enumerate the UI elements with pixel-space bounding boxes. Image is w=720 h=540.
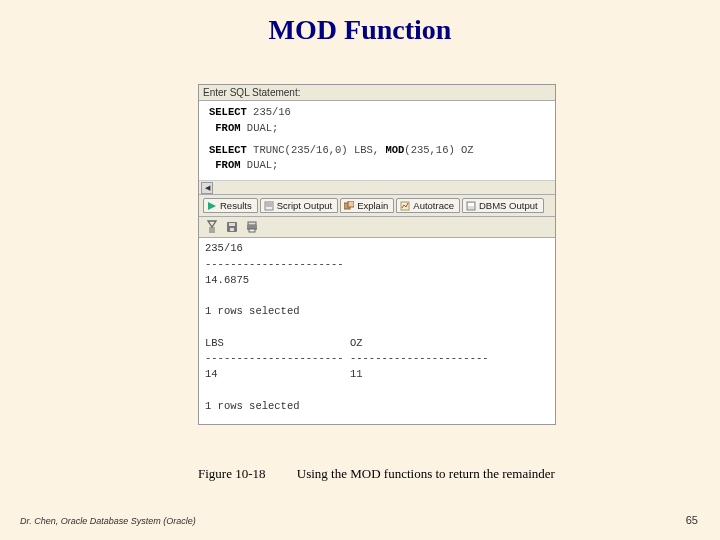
keyword-from: FROM [215, 122, 240, 134]
figure-description: Using the MOD functions to return the re… [297, 466, 555, 481]
print-icon[interactable] [245, 220, 259, 234]
tab-script-output[interactable]: Script Output [260, 198, 338, 213]
save-icon[interactable] [225, 220, 239, 234]
svg-rect-8 [468, 203, 474, 206]
svg-rect-5 [348, 201, 354, 207]
scroll-left-icon[interactable]: ◀ [201, 182, 213, 194]
code-line: SELECT TRUNC(235/16,0) LBS, MOD(235,16) … [209, 143, 551, 159]
tab-dbms-output[interactable]: DBMS Output [462, 198, 544, 213]
horizontal-scrollbar[interactable]: ◀ [199, 180, 555, 194]
script-icon [264, 201, 274, 211]
tab-results[interactable]: Results [203, 198, 258, 213]
code-text: DUAL; [241, 159, 279, 171]
svg-rect-11 [230, 228, 234, 231]
dbms-icon [466, 201, 476, 211]
svg-rect-10 [229, 223, 235, 226]
enter-sql-label: Enter SQL Statement: [199, 85, 555, 101]
tab-label: Script Output [277, 200, 332, 211]
code-text: (235,16) OZ [404, 144, 473, 156]
keyword-mod: MOD [385, 144, 404, 156]
footer-author: Dr. Chen, Oracle Database System (Oracle… [20, 516, 196, 526]
tab-label: Results [220, 200, 252, 211]
play-icon [207, 201, 217, 211]
keyword-select: SELECT [209, 106, 247, 118]
code-line: FROM DUAL; [209, 158, 551, 174]
code-text: TRUNC(235/16,0) LBS, [247, 144, 386, 156]
clear-icon[interactable] [205, 220, 219, 234]
page-number: 65 [686, 514, 698, 526]
autotrace-icon [400, 201, 410, 211]
code-text: DUAL; [241, 122, 279, 134]
explain-icon [344, 201, 354, 211]
tab-autotrace[interactable]: Autotrace [396, 198, 460, 213]
sql-developer-window: Enter SQL Statement: SELECT 235/16 FROM … [198, 84, 556, 425]
tab-label: Explain [357, 200, 388, 211]
svg-marker-0 [208, 202, 216, 210]
code-text: 235/16 [247, 106, 291, 118]
page-title: MOD Function [0, 0, 720, 46]
svg-rect-14 [249, 229, 255, 232]
code-line: SELECT 235/16 [209, 105, 551, 121]
tab-label: Autotrace [413, 200, 454, 211]
code-line: FROM DUAL; [209, 121, 551, 137]
script-output-area: 235/16 ---------------------- 14.6875 1 … [199, 238, 555, 424]
figure-caption: Figure 10-18 Using the MOD functions to … [198, 466, 555, 482]
sql-code-area[interactable]: SELECT 235/16 FROM DUAL; SELECT TRUNC(23… [199, 101, 555, 180]
output-toolbar [199, 217, 555, 238]
keyword-select: SELECT [209, 144, 247, 156]
svg-rect-12 [248, 222, 256, 225]
output-tabs: Results Script Output Explain Autotrace … [199, 194, 555, 217]
tab-label: DBMS Output [479, 200, 538, 211]
keyword-from: FROM [215, 159, 240, 171]
figure-number: Figure 10-18 [198, 466, 266, 481]
tab-explain[interactable]: Explain [340, 198, 394, 213]
